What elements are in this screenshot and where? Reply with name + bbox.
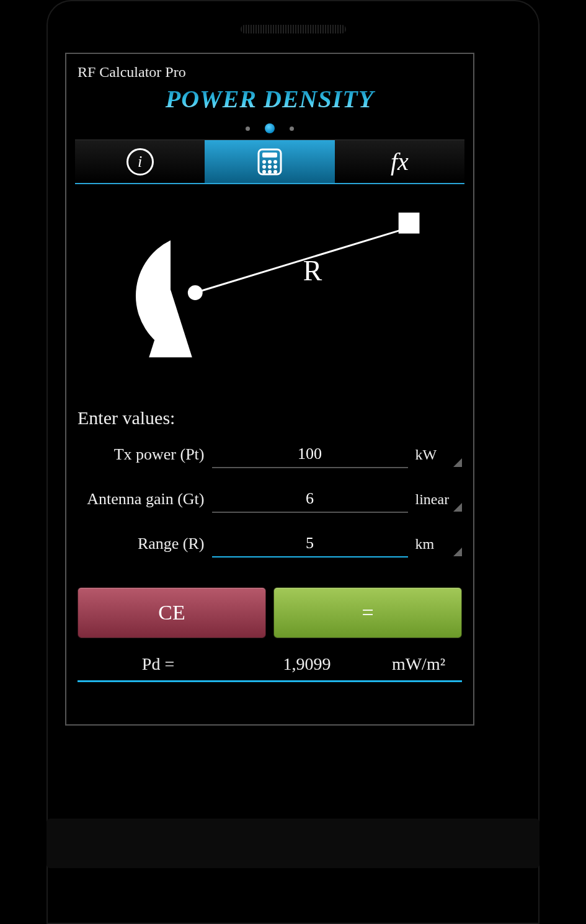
tx-power-label: Tx power (Pt) <box>78 445 205 464</box>
svg-point-5 <box>262 165 266 169</box>
tx-power-unit-select[interactable]: kW <box>415 443 463 467</box>
app-title: RF Calculator Pro <box>66 54 473 84</box>
page-dot-active <box>265 123 275 133</box>
input-form: Tx power (Pt) kW Antenna gain (Gt) linea… <box>66 441 473 558</box>
tab-calculator[interactable] <box>205 140 334 183</box>
phone-speaker <box>241 25 346 33</box>
range-label: Range (R) <box>78 535 205 553</box>
svg-rect-1 <box>262 153 277 158</box>
range-label-text: R <box>303 255 322 287</box>
svg-point-7 <box>273 165 277 169</box>
row-range: Range (R) km <box>78 530 462 558</box>
info-icon: i <box>127 148 154 175</box>
antenna-gain-input[interactable] <box>212 486 408 513</box>
antenna-gain-unit-select[interactable]: linear <box>415 487 463 512</box>
button-row: CE = <box>66 575 473 647</box>
form-header: Enter values: <box>66 407 473 441</box>
equals-button[interactable]: = <box>273 587 462 638</box>
page-indicator <box>66 118 473 140</box>
svg-line-13 <box>195 228 408 293</box>
tab-info[interactable]: i <box>75 140 205 183</box>
svg-point-6 <box>268 165 272 169</box>
fx-icon: fx <box>391 147 409 176</box>
svg-point-8 <box>262 170 266 174</box>
svg-point-4 <box>273 160 277 164</box>
clear-button[interactable]: CE <box>78 587 266 638</box>
android-nav-bar <box>47 819 539 868</box>
page-dot <box>290 127 294 131</box>
antenna-diagram: R <box>75 197 464 383</box>
svg-rect-14 <box>399 213 420 234</box>
range-unit-select[interactable]: km <box>415 532 463 556</box>
antenna-gain-label: Antenna gain (Gt) <box>78 490 205 509</box>
tab-formula[interactable]: fx <box>335 140 464 183</box>
row-tx-power: Tx power (Pt) kW <box>78 441 462 468</box>
page-title: Power density <box>66 84 473 113</box>
calculator-icon <box>256 148 283 175</box>
svg-point-9 <box>268 170 272 174</box>
app-screen: RF Calculator Pro Power density i fx <box>65 53 474 726</box>
svg-point-2 <box>262 160 266 164</box>
tab-bar: i fx <box>75 140 464 184</box>
svg-point-3 <box>268 160 272 164</box>
result-row: Pd = 1,9099 mW/m² <box>78 651 462 682</box>
result-label: Pd = <box>78 654 239 674</box>
range-input[interactable] <box>212 530 408 558</box>
page-dot <box>246 127 250 131</box>
tx-power-input[interactable] <box>212 441 408 468</box>
svg-point-10 <box>273 170 277 174</box>
result-unit: mW/m² <box>375 654 462 674</box>
row-antenna-gain: Antenna gain (Gt) linear <box>78 486 462 513</box>
svg-point-12 <box>188 285 203 300</box>
result-value: 1,9099 <box>239 654 375 674</box>
